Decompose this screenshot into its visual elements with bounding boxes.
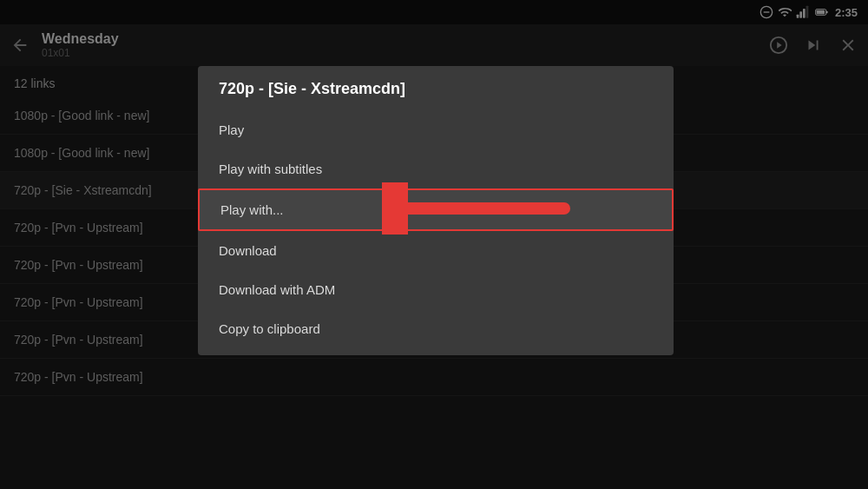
context-menu-items: PlayPlay with subtitlesPlay with...Downl… <box>198 110 674 348</box>
context-menu-title: 720p - [Sie - Xstreamcdn] <box>198 80 674 110</box>
menu-item-download-adm[interactable]: Download with ADM <box>198 270 674 309</box>
menu-item-download[interactable]: Download <box>198 231 674 270</box>
menu-item-copy[interactable]: Copy to clipboard <box>198 309 674 348</box>
context-menu: 720p - [Sie - Xstreamcdn] PlayPlay with … <box>198 66 674 355</box>
menu-item-play-with[interactable]: Play with... <box>198 188 674 231</box>
menu-item-play-subtitles[interactable]: Play with subtitles <box>198 149 674 188</box>
menu-item-play[interactable]: Play <box>198 110 674 149</box>
